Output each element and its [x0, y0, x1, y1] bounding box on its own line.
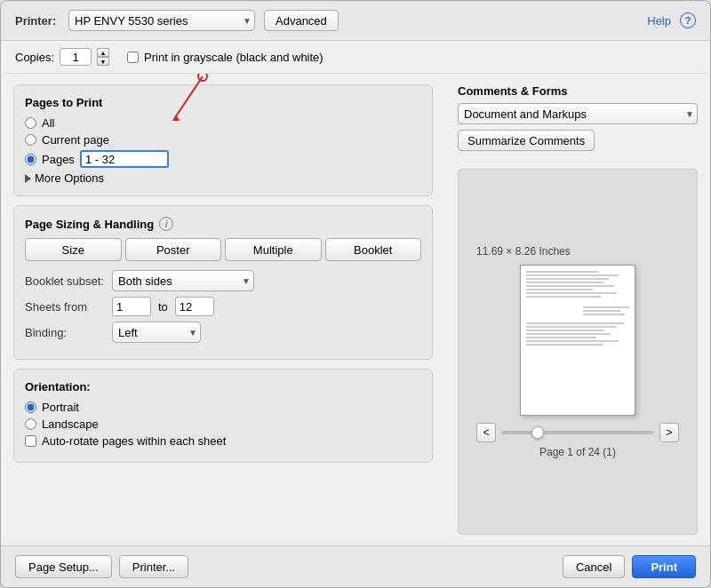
cf-select-wrap: Document and Markups Document Form Field… — [458, 103, 698, 124]
copies-label: Copies: — [15, 51, 54, 64]
left-panel: Pages to Print All Current page — [1, 74, 445, 545]
grayscale-label: Print in grayscale (black and white) — [144, 51, 324, 64]
page-slider-track — [501, 431, 654, 434]
help-icon[interactable]: ? — [680, 12, 696, 28]
comments-forms-section: Comments & Forms Document and Markups Do… — [458, 84, 698, 151]
preview-line-11 — [526, 330, 604, 331]
pages-range-radio[interactable] — [25, 154, 36, 165]
sizing-title-row: Page Sizing & Handling i — [25, 217, 421, 231]
pages-all-row: All — [25, 116, 421, 130]
binding-select-wrap: Left Right ▼ — [112, 322, 201, 343]
sizing-tabs: Size Poster Multiple Booklet — [25, 238, 421, 261]
preview-line-1 — [526, 271, 598, 273]
more-options-row[interactable]: More Options — [25, 171, 421, 185]
preview-nav: < > — [467, 423, 688, 442]
preview-gap2 — [526, 317, 629, 321]
pages-annotation: All Current page Pages — [25, 116, 421, 168]
cancel-button[interactable]: Cancel — [563, 555, 625, 578]
preview-paper — [520, 265, 635, 416]
poster-tab[interactable]: Poster — [125, 238, 222, 261]
footer-right: Cancel Print — [563, 555, 696, 578]
sheets-to-input[interactable] — [175, 297, 214, 316]
grayscale-checkbox[interactable] — [127, 52, 139, 63]
preview-right-line-3 — [583, 314, 625, 315]
page-setup-button[interactable]: Page Setup... — [15, 555, 112, 578]
main-content: Pages to Print All Current page — [1, 74, 710, 545]
preview-line-13 — [526, 337, 596, 338]
booklet-tab[interactable]: Booklet — [325, 238, 422, 261]
pages-title: Pages to Print — [25, 96, 421, 109]
preview-content — [526, 271, 629, 409]
right-panel: Comments & Forms Document and Markups Do… — [445, 74, 710, 545]
binding-label: Binding: — [25, 326, 105, 339]
sheets-from-input[interactable] — [112, 297, 151, 316]
size-tab[interactable]: Size — [25, 238, 122, 261]
preview-right-block — [583, 306, 629, 315]
preview-line-2 — [526, 274, 619, 276]
portrait-label: Portrait — [42, 401, 79, 414]
copies-input[interactable] — [60, 48, 92, 66]
print-button[interactable]: Print — [632, 555, 696, 578]
pages-all-radio[interactable] — [25, 117, 36, 129]
triangle-icon — [25, 174, 31, 183]
portrait-radio[interactable] — [25, 401, 36, 413]
multiple-tab[interactable]: Multiple — [225, 238, 322, 261]
printer-select[interactable]: HP ENVY 5530 series — [68, 10, 255, 31]
pages-range-input[interactable] — [80, 150, 169, 168]
sheets-from-row: Sheets from to — [25, 297, 421, 316]
pages-range-row: Pages — [25, 150, 421, 168]
copies-increment[interactable]: ▲ — [97, 48, 109, 57]
copies-decrement[interactable]: ▼ — [97, 57, 109, 66]
print-dialog: Printer: HP ENVY 5530 series ▼ Advanced … — [0, 0, 711, 588]
auto-rotate-label: Auto-rotate pages within each sheet — [42, 434, 226, 448]
preview-area: 11.69 × 8.26 Inches — [458, 169, 698, 535]
svg-point-1 — [198, 74, 207, 81]
landscape-row: Landscape — [25, 417, 421, 431]
booklet-subset-row: Booklet subset: Both sides Front side on… — [25, 270, 421, 291]
preview-line-5 — [526, 285, 614, 287]
grayscale-wrap: Print in grayscale (black and white) — [127, 51, 324, 64]
copies-grayscale-row: Copies: ▲ ▼ Print in grayscale (black an… — [1, 41, 710, 74]
pages-current-radio[interactable] — [25, 134, 36, 146]
printer-label: Printer: — [15, 14, 60, 28]
footer-left: Page Setup... Printer... — [15, 555, 188, 578]
preview-line-10 — [526, 326, 617, 328]
portrait-row: Portrait — [25, 401, 421, 414]
preview-right-line-2 — [583, 310, 620, 312]
next-page-button[interactable]: > — [659, 423, 679, 442]
preview-line-6 — [526, 289, 593, 290]
booklet-subset-select[interactable]: Both sides Front side only Back side onl… — [112, 270, 254, 291]
info-icon[interactable]: i — [159, 217, 173, 231]
preview-line-9 — [526, 322, 624, 324]
binding-row: Binding: Left Right ▼ — [25, 322, 421, 343]
pages-to-print-section: Pages to Print All Current page — [13, 84, 433, 196]
preview-line-15 — [526, 344, 603, 346]
pages-all-label: All — [42, 116, 54, 130]
sizing-title: Page Sizing & Handling — [25, 218, 154, 231]
booklet-subset-label: Booklet subset: — [25, 274, 105, 288]
orientation-title: Orientation: — [25, 380, 421, 393]
preview-line-12 — [526, 333, 611, 335]
preview-line-14 — [526, 340, 619, 342]
auto-rotate-row: Auto-rotate pages within each sheet — [25, 434, 421, 448]
auto-rotate-checkbox[interactable] — [25, 435, 36, 447]
preview-line-7 — [526, 292, 617, 294]
landscape-label: Landscape — [42, 417, 99, 431]
help-link[interactable]: Help — [647, 14, 671, 28]
preview-line-4 — [526, 282, 603, 283]
preview-line-8 — [526, 296, 601, 298]
printer-button[interactable]: Printer... — [119, 555, 188, 578]
summarize-comments-button[interactable]: Summarize Comments — [458, 130, 595, 151]
comments-forms-select[interactable]: Document and Markups Document Form Field… — [458, 103, 698, 124]
preview-right-line-1 — [583, 306, 629, 308]
more-options-label: More Options — [35, 171, 104, 185]
prev-page-button[interactable]: < — [476, 423, 496, 442]
advanced-button[interactable]: Advanced — [264, 10, 339, 31]
footer: Page Setup... Printer... Cancel Print — [1, 545, 710, 587]
page-sizing-section: Page Sizing & Handling i Size Poster Mul… — [13, 205, 433, 360]
binding-select[interactable]: Left Right — [112, 322, 201, 343]
page-slider-thumb[interactable] — [531, 426, 544, 439]
pages-current-label: Current page — [42, 133, 109, 147]
header-row: Printer: HP ENVY 5530 series ▼ Advanced … — [1, 1, 710, 41]
landscape-radio[interactable] — [25, 418, 36, 430]
